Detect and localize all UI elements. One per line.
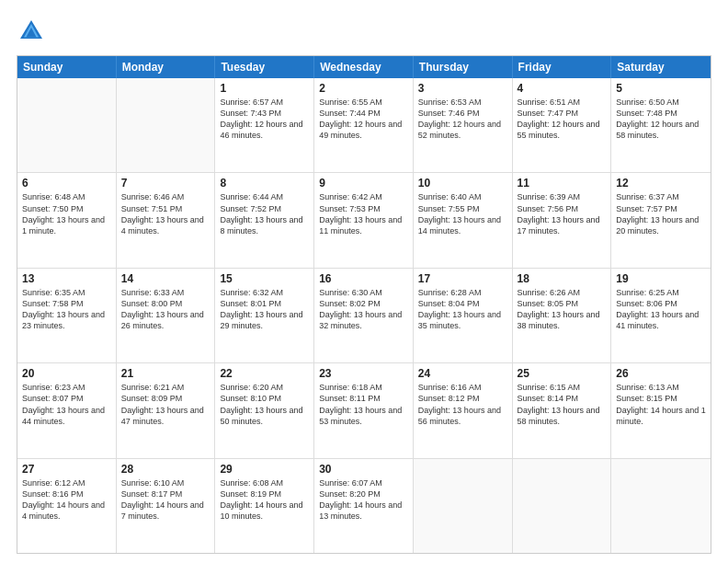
- day-number: 19: [616, 272, 706, 285]
- cal-cell: 26Sunrise: 6:13 AMSunset: 8:15 PMDayligh…: [611, 363, 711, 457]
- day-number: 30: [319, 463, 408, 476]
- cal-cell: [414, 459, 513, 553]
- cal-cell: 24Sunrise: 6:16 AMSunset: 8:12 PMDayligh…: [414, 363, 513, 457]
- day-number: 8: [220, 177, 309, 190]
- day-info: Sunrise: 6:50 AMSunset: 7:48 PMDaylight:…: [616, 97, 706, 142]
- cal-cell: 22Sunrise: 6:20 AMSunset: 8:10 PMDayligh…: [215, 363, 314, 457]
- day-number: 24: [418, 367, 507, 380]
- cal-cell: [117, 78, 216, 172]
- day-info: Sunrise: 6:10 AMSunset: 8:17 PMDaylight:…: [121, 477, 210, 523]
- day-info: Sunrise: 6:39 AMSunset: 7:56 PMDaylight:…: [518, 191, 607, 236]
- cal-cell: 7Sunrise: 6:46 AMSunset: 7:51 PMDaylight…: [117, 173, 216, 267]
- day-info: Sunrise: 6:46 AMSunset: 7:51 PMDaylight:…: [121, 191, 210, 236]
- day-info: Sunrise: 6:25 AMSunset: 8:06 PMDaylight:…: [616, 287, 706, 332]
- cal-cell: 20Sunrise: 6:23 AMSunset: 8:07 PMDayligh…: [17, 363, 117, 457]
- day-info: Sunrise: 6:44 AMSunset: 7:52 PMDaylight:…: [220, 191, 309, 236]
- day-info: Sunrise: 6:15 AMSunset: 8:14 PMDaylight:…: [518, 382, 607, 427]
- cal-header-day-tuesday: Tuesday: [215, 56, 314, 78]
- cal-cell: 16Sunrise: 6:30 AMSunset: 8:02 PMDayligh…: [314, 269, 414, 362]
- cal-cell: 4Sunrise: 6:51 AMSunset: 7:47 PMDaylight…: [513, 78, 612, 172]
- day-info: Sunrise: 6:33 AMSunset: 8:00 PMDaylight:…: [121, 287, 210, 332]
- cal-cell: [17, 78, 117, 172]
- day-number: 10: [418, 177, 507, 190]
- cal-cell: 25Sunrise: 6:15 AMSunset: 8:14 PMDayligh…: [513, 363, 612, 457]
- day-info: Sunrise: 6:18 AMSunset: 8:11 PMDaylight:…: [319, 382, 408, 427]
- day-number: 25: [518, 367, 607, 380]
- day-info: Sunrise: 6:20 AMSunset: 8:10 PMDaylight:…: [220, 382, 309, 427]
- day-info: Sunrise: 6:26 AMSunset: 8:05 PMDaylight:…: [518, 287, 607, 332]
- cal-cell: 8Sunrise: 6:44 AMSunset: 7:52 PMDaylight…: [215, 173, 314, 267]
- calendar-body: 1Sunrise: 6:57 AMSunset: 7:43 PMDaylight…: [17, 78, 711, 553]
- cal-cell: 28Sunrise: 6:10 AMSunset: 8:17 PMDayligh…: [117, 459, 216, 553]
- day-number: 6: [22, 177, 111, 190]
- cal-cell: 6Sunrise: 6:48 AMSunset: 7:50 PMDaylight…: [17, 173, 117, 267]
- page: SundayMondayTuesdayWednesdayThursdayFrid…: [0, 0, 728, 563]
- cal-cell: 9Sunrise: 6:42 AMSunset: 7:53 PMDaylight…: [314, 173, 414, 267]
- day-info: Sunrise: 6:48 AMSunset: 7:50 PMDaylight:…: [22, 191, 111, 236]
- day-number: 27: [22, 463, 111, 476]
- day-number: 18: [518, 272, 607, 285]
- cal-cell: 13Sunrise: 6:35 AMSunset: 7:58 PMDayligh…: [17, 269, 117, 362]
- day-info: Sunrise: 6:12 AMSunset: 8:16 PMDaylight:…: [22, 477, 111, 523]
- header: [17, 17, 711, 46]
- cal-cell: [513, 459, 612, 553]
- day-number: 17: [418, 272, 507, 285]
- day-number: 2: [319, 82, 408, 95]
- cal-cell: 10Sunrise: 6:40 AMSunset: 7:55 PMDayligh…: [414, 173, 513, 267]
- cal-header-day-monday: Monday: [117, 56, 216, 78]
- cal-header-day-friday: Friday: [513, 56, 612, 78]
- calendar-header: SundayMondayTuesdayWednesdayThursdayFrid…: [17, 56, 711, 78]
- cal-cell: 5Sunrise: 6:50 AMSunset: 7:48 PMDaylight…: [611, 78, 711, 172]
- day-info: Sunrise: 6:21 AMSunset: 8:09 PMDaylight:…: [121, 382, 210, 427]
- cal-cell: 11Sunrise: 6:39 AMSunset: 7:56 PMDayligh…: [513, 173, 612, 267]
- cal-cell: 19Sunrise: 6:25 AMSunset: 8:06 PMDayligh…: [611, 269, 711, 362]
- day-info: Sunrise: 6:23 AMSunset: 8:07 PMDaylight:…: [22, 382, 111, 427]
- cal-cell: [611, 459, 711, 553]
- day-number: 11: [518, 177, 607, 190]
- day-number: 29: [220, 463, 309, 476]
- day-info: Sunrise: 6:40 AMSunset: 7:55 PMDaylight:…: [418, 191, 507, 236]
- day-number: 4: [518, 82, 607, 95]
- day-number: 21: [121, 367, 210, 380]
- cal-cell: 15Sunrise: 6:32 AMSunset: 8:01 PMDayligh…: [215, 269, 314, 362]
- cal-cell: 1Sunrise: 6:57 AMSunset: 7:43 PMDaylight…: [215, 78, 314, 172]
- day-info: Sunrise: 6:32 AMSunset: 8:01 PMDaylight:…: [220, 287, 309, 332]
- day-info: Sunrise: 6:28 AMSunset: 8:04 PMDaylight:…: [418, 287, 507, 332]
- day-number: 16: [319, 272, 408, 285]
- day-number: 9: [319, 177, 408, 190]
- day-info: Sunrise: 6:30 AMSunset: 8:02 PMDaylight:…: [319, 287, 408, 332]
- day-info: Sunrise: 6:07 AMSunset: 8:20 PMDaylight:…: [319, 477, 408, 523]
- day-info: Sunrise: 6:51 AMSunset: 7:47 PMDaylight:…: [518, 97, 607, 142]
- day-number: 15: [220, 272, 309, 285]
- calendar-week-1: 1Sunrise: 6:57 AMSunset: 7:43 PMDaylight…: [17, 78, 711, 173]
- cal-header-day-sunday: Sunday: [17, 56, 117, 78]
- day-number: 1: [220, 82, 309, 95]
- cal-cell: 27Sunrise: 6:12 AMSunset: 8:16 PMDayligh…: [17, 459, 117, 553]
- cal-header-day-wednesday: Wednesday: [314, 56, 414, 78]
- cal-cell: 29Sunrise: 6:08 AMSunset: 8:19 PMDayligh…: [215, 459, 314, 553]
- day-info: Sunrise: 6:53 AMSunset: 7:46 PMDaylight:…: [418, 97, 507, 142]
- day-number: 5: [616, 82, 706, 95]
- day-info: Sunrise: 6:13 AMSunset: 8:15 PMDaylight:…: [616, 382, 706, 427]
- day-number: 7: [121, 177, 210, 190]
- cal-cell: 30Sunrise: 6:07 AMSunset: 8:20 PMDayligh…: [314, 459, 414, 553]
- day-number: 28: [121, 463, 210, 476]
- cal-cell: 14Sunrise: 6:33 AMSunset: 8:00 PMDayligh…: [117, 269, 216, 362]
- day-info: Sunrise: 6:57 AMSunset: 7:43 PMDaylight:…: [220, 97, 309, 142]
- logo-icon: [17, 17, 46, 46]
- cal-header-day-thursday: Thursday: [414, 56, 513, 78]
- day-info: Sunrise: 6:08 AMSunset: 8:19 PMDaylight:…: [220, 477, 309, 523]
- day-number: 23: [319, 367, 408, 380]
- day-number: 12: [616, 177, 706, 190]
- day-info: Sunrise: 6:37 AMSunset: 7:57 PMDaylight:…: [616, 191, 706, 236]
- cal-cell: 21Sunrise: 6:21 AMSunset: 8:09 PMDayligh…: [117, 363, 216, 457]
- cal-cell: 2Sunrise: 6:55 AMSunset: 7:44 PMDaylight…: [314, 78, 414, 172]
- logo: [17, 17, 50, 46]
- cal-cell: 3Sunrise: 6:53 AMSunset: 7:46 PMDaylight…: [414, 78, 513, 172]
- cal-cell: 12Sunrise: 6:37 AMSunset: 7:57 PMDayligh…: [611, 173, 711, 267]
- day-number: 22: [220, 367, 309, 380]
- day-info: Sunrise: 6:42 AMSunset: 7:53 PMDaylight:…: [319, 191, 408, 236]
- cal-cell: 17Sunrise: 6:28 AMSunset: 8:04 PMDayligh…: [414, 269, 513, 362]
- calendar-week-3: 13Sunrise: 6:35 AMSunset: 7:58 PMDayligh…: [17, 269, 711, 363]
- day-info: Sunrise: 6:35 AMSunset: 7:58 PMDaylight:…: [22, 287, 111, 332]
